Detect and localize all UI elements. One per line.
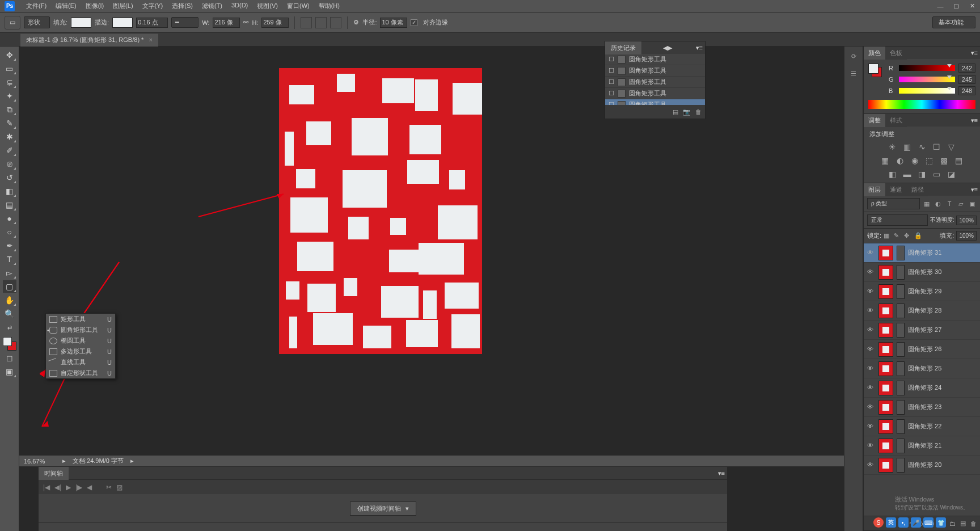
g-slider[interactable] (899, 77, 955, 82)
layer-item[interactable]: 👁圆角矩形 24 (864, 378, 980, 398)
shape-rect[interactable] (453, 83, 482, 115)
layer-name[interactable]: 圆角矩形 25 (908, 364, 941, 373)
document-canvas[interactable] (279, 68, 482, 354)
quickmask-tool[interactable]: ◻ (3, 352, 16, 364)
brush-tool[interactable]: ✐ (3, 144, 16, 157)
lock-all-icon[interactable]: 🔒 (914, 232, 922, 240)
threshold-icon[interactable]: ◨ (917, 169, 927, 179)
shape-rect[interactable] (423, 290, 437, 319)
align-button[interactable] (315, 17, 327, 28)
stamp-tool[interactable]: ⎚ (3, 158, 16, 170)
flyout-item[interactable]: 多边形工具U (46, 346, 115, 357)
layer-mask-thumbnail[interactable] (897, 323, 905, 338)
pen-tool[interactable]: ✒ (3, 239, 16, 252)
shape-rect[interactable] (390, 218, 406, 235)
layer-thumbnail[interactable] (878, 400, 893, 415)
properties-mini-icon[interactable]: ☰ (847, 67, 860, 79)
layer-mask-thumbnail[interactable] (897, 284, 905, 299)
shape-rect[interactable] (419, 243, 464, 275)
delete-state-icon[interactable]: 🗑 (695, 108, 702, 115)
snapshot-icon[interactable]: 📷 (683, 108, 691, 116)
layer-mask-thumbnail[interactable] (897, 439, 905, 453)
channels-tab[interactable]: 通道 (885, 183, 907, 196)
b-value[interactable]: 248 (958, 86, 975, 95)
layer-mask-thumbnail[interactable] (897, 419, 905, 434)
document-tab[interactable]: 未标题-1 @ 16.7% (圆角矩形 31, RGB/8) * × (20, 33, 158, 47)
dropdown-icon[interactable]: ▾ (405, 505, 409, 512)
gradient-tool[interactable]: ▤ (3, 199, 16, 211)
wand-tool[interactable]: ✦ (3, 90, 16, 102)
shape-rect[interactable] (307, 284, 336, 312)
history-checkbox[interactable]: ☐ (609, 56, 614, 63)
shape-rect[interactable] (286, 281, 299, 300)
curves-icon[interactable]: ∿ (917, 142, 927, 152)
shape-rect[interactable] (409, 125, 441, 154)
shape-rect[interactable] (348, 217, 369, 239)
adjustments-tab[interactable]: 调整 (864, 114, 885, 127)
path-select-tool[interactable]: ▻ (3, 267, 16, 279)
path-op-button[interactable] (301, 17, 312, 28)
lock-pos-icon[interactable]: ✥ (904, 232, 912, 240)
layer-thumbnail[interactable] (878, 304, 893, 318)
filter-type-icon[interactable]: T (945, 199, 954, 208)
layer-thumbnail[interactable] (878, 342, 893, 357)
invert-icon[interactable]: ◧ (888, 169, 898, 179)
menu-item[interactable]: 视图(V) (252, 2, 282, 10)
shape-rect[interactable] (289, 317, 297, 348)
height-input[interactable] (261, 18, 289, 28)
marquee-tool[interactable]: ▭ (3, 62, 16, 75)
visibility-icon[interactable]: 👁 (867, 403, 875, 411)
layer-name[interactable]: 圆角矩形 24 (908, 384, 941, 392)
visibility-icon[interactable]: 👁 (867, 442, 875, 450)
visibility-icon[interactable]: 👁 (867, 461, 875, 469)
layer-item[interactable]: 👁圆角矩形 20 (864, 456, 980, 475)
shape-rect[interactable] (389, 250, 419, 272)
align-edges-checkbox[interactable] (411, 19, 417, 26)
history-checkbox[interactable]: ☐ (609, 78, 614, 86)
menu-item[interactable]: 选择(S) (167, 2, 197, 10)
layer-mask-thumbnail[interactable] (897, 265, 905, 280)
layer-item[interactable]: 👁圆角矩形 30 (864, 263, 980, 282)
fill-swatch[interactable] (71, 18, 91, 28)
layers-tab[interactable]: 图层 (864, 183, 885, 196)
arrange-button[interactable] (330, 17, 341, 28)
lock-trans-icon[interactable]: ▦ (884, 232, 892, 240)
history-item[interactable]: ☐圆角矩形工具 (605, 65, 705, 77)
history-item[interactable]: ☐圆角矩形工具 (605, 88, 705, 99)
g-value[interactable]: 245 (958, 75, 975, 84)
visibility-icon[interactable]: 👁 (867, 249, 875, 257)
timeline-tab[interactable]: 时间轴 (39, 467, 69, 480)
layer-mask-thumbnail[interactable] (897, 304, 905, 318)
menu-item[interactable]: 图层(L) (108, 2, 137, 10)
opacity-value[interactable]: 100% (956, 216, 977, 225)
photo-filter-icon[interactable]: ◉ (910, 155, 920, 166)
layer-mask-thumbnail[interactable] (897, 342, 905, 357)
new-layer-icon[interactable]: ▤ (960, 520, 966, 527)
shape-rect[interactable] (343, 170, 387, 208)
history-item[interactable]: ☐圆角矩形工具 (605, 54, 705, 65)
gradient-map-icon[interactable]: ▭ (932, 169, 942, 179)
panel-menu-icon[interactable]: ▾≡ (716, 470, 727, 477)
layer-name[interactable]: 圆角矩形 26 (908, 345, 941, 353)
hue-icon[interactable]: ▦ (880, 155, 890, 166)
ime-sogou-icon[interactable]: S (873, 517, 884, 528)
panel-collapse-icon[interactable]: ◀▶ (661, 44, 674, 52)
shape-rect[interactable] (289, 85, 314, 104)
exposure-icon[interactable]: ☐ (932, 142, 942, 152)
hand-tool[interactable]: ✋ (3, 294, 16, 306)
visibility-icon[interactable]: 👁 (867, 288, 875, 296)
layer-item[interactable]: 👁圆角矩形 25 (864, 359, 980, 378)
layer-thumbnail[interactable] (878, 458, 893, 473)
workspace-preset-select[interactable]: 基本功能 (932, 16, 975, 28)
panel-menu-icon[interactable]: ▾≡ (969, 117, 980, 124)
shape-rect[interactable] (297, 242, 333, 271)
layer-name[interactable]: 圆角矩形 28 (908, 306, 941, 315)
shape-rect[interactable] (438, 205, 478, 239)
ime-kbd-icon[interactable]: ⌨ (923, 517, 933, 528)
shape-rect[interactable] (337, 74, 355, 92)
layer-item[interactable]: 👁圆角矩形 28 (864, 301, 980, 321)
menu-item[interactable]: 编辑(E) (51, 2, 81, 10)
selective-color-icon[interactable]: ◪ (947, 169, 957, 179)
levels-icon[interactable]: ▥ (902, 142, 913, 152)
layer-name[interactable]: 圆角矩形 31 (908, 248, 941, 257)
